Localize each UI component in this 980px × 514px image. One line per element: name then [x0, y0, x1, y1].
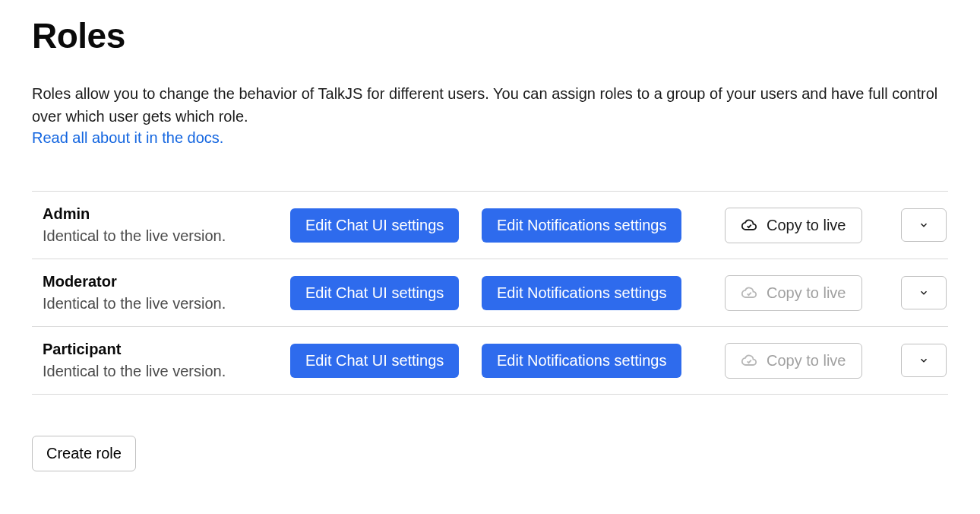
role-status: Identical to the live version.	[43, 227, 290, 245]
edit-chat-ui-button[interactable]: Edit Chat UI settings	[290, 208, 459, 243]
copy-to-live-label: Copy to live	[767, 217, 846, 234]
edit-notifications-button[interactable]: Edit Notifications settings	[482, 208, 681, 243]
role-row: Moderator Identical to the live version.…	[32, 259, 948, 327]
cloud-icon	[741, 352, 757, 369]
copy-to-live-button[interactable]: Copy to live	[725, 275, 862, 311]
chevron-down-icon	[918, 355, 929, 366]
copy-to-live-button[interactable]: Copy to live	[725, 208, 862, 243]
role-name: Participant	[43, 341, 290, 358]
docs-link[interactable]: Read all about it in the docs.	[32, 129, 223, 147]
role-actions-dropdown[interactable]	[901, 276, 947, 309]
cloud-icon	[741, 284, 757, 301]
page-title: Roles	[32, 15, 948, 56]
role-actions-dropdown[interactable]	[901, 344, 947, 377]
edit-chat-ui-button[interactable]: Edit Chat UI settings	[290, 276, 459, 310]
role-name: Admin	[43, 205, 290, 223]
role-row: Admin Identical to the live version. Edi…	[32, 192, 948, 259]
copy-to-live-label: Copy to live	[767, 352, 846, 370]
edit-notifications-button[interactable]: Edit Notifications settings	[482, 276, 681, 310]
role-actions-dropdown[interactable]	[901, 208, 947, 242]
cloud-icon	[741, 217, 757, 233]
edit-notifications-button[interactable]: Edit Notifications settings	[482, 344, 681, 378]
role-status: Identical to the live version.	[43, 363, 290, 380]
role-status: Identical to the live version.	[43, 295, 290, 313]
edit-chat-ui-button[interactable]: Edit Chat UI settings	[290, 344, 459, 378]
chevron-down-icon	[918, 220, 929, 230]
create-role-button[interactable]: Create role	[32, 436, 136, 471]
chevron-down-icon	[918, 287, 929, 298]
role-row: Participant Identical to the live versio…	[32, 327, 948, 395]
intro-text: Roles allow you to change the behavior o…	[32, 82, 944, 128]
roles-table: Admin Identical to the live version. Edi…	[32, 191, 948, 395]
copy-to-live-label: Copy to live	[767, 284, 846, 302]
role-name: Moderator	[43, 273, 290, 290]
copy-to-live-button[interactable]: Copy to live	[725, 343, 862, 379]
